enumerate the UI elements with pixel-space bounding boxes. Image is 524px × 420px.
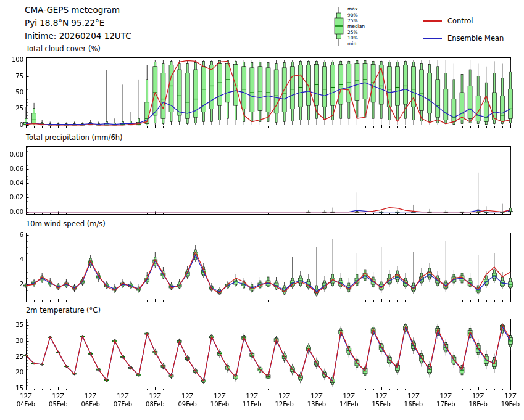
legend-75-label: 75% (347, 18, 365, 23)
boxplot-legend: max 90% 75% median 25% 10% min (332, 5, 365, 48)
legend-entry-control: Control (423, 12, 504, 30)
boxplot-legend-labels: max 90% 75% median 25% 10% min (347, 6, 365, 46)
precipitation-panel-title: Total precipitation (mm/6h) (26, 133, 122, 142)
legend-entry-ensemble-mean: Ensemble Mean (423, 30, 504, 47)
legend-90-label: 90% (347, 12, 365, 18)
ensemble-mean-legend-label: Ensemble Mean (447, 34, 504, 43)
cloud-cover-chart (0, 56, 524, 130)
ensemble-mean-line-sample-icon (423, 38, 442, 39)
wind-speed-chart (0, 231, 524, 303)
legend-10-label: 10% (347, 35, 365, 41)
wind-speed-panel-title: 10m wind speed (m/s) (26, 220, 106, 228)
legend-median-label: median (347, 23, 365, 29)
cloud-cover-panel-title: Total cloud cover (%) (26, 44, 101, 53)
meteogram-page: CMA-GEPS meteogram Pyi 18.8°N 95.22°E In… (0, 0, 524, 420)
control-line-sample-icon (423, 20, 442, 22)
precipitation-chart (0, 144, 524, 216)
location-line: Pyi 18.8°N 95.22°E (25, 17, 131, 30)
header: CMA-GEPS meteogram Pyi 18.8°N 95.22°E In… (25, 4, 131, 43)
line-legend: Control Ensemble Mean (423, 12, 504, 47)
page-title: CMA-GEPS meteogram (25, 4, 131, 17)
legend-min-label: min (347, 41, 365, 46)
temperature-panel-title: 2m temperature (°C) (26, 306, 101, 315)
inittime-line: Initime: 20260204 12UTC (25, 30, 131, 43)
boxplot-glyph-icon (332, 5, 346, 48)
legend-25-label: 25% (347, 30, 365, 35)
control-legend-label: Control (447, 17, 473, 25)
legend-max-label: max (347, 6, 365, 12)
temperature-chart (0, 317, 524, 411)
